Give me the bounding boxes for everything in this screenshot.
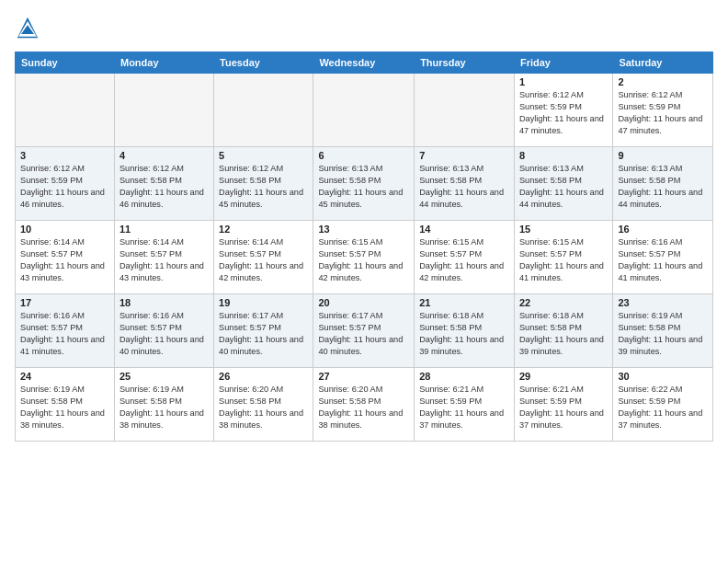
calendar-cell: 23Sunrise: 6:19 AMSunset: 5:58 PMDayligh…: [613, 294, 713, 368]
day-number: 21: [419, 297, 509, 308]
day-info: Sunrise: 6:17 AMSunset: 5:57 PMDaylight:…: [318, 310, 409, 358]
day-info: Sunrise: 6:20 AMSunset: 5:58 PMDaylight:…: [219, 384, 308, 431]
calendar-table: SundayMondayTuesdayWednesdayThursdayFrid…: [15, 52, 713, 442]
calendar-cell: 24Sunrise: 6:19 AMSunset: 5:58 PMDayligh…: [16, 368, 115, 442]
day-info: Sunrise: 6:13 AMSunset: 5:58 PMDaylight:…: [318, 163, 409, 211]
logo: [15, 15, 42, 40]
calendar-week-row: 1Sunrise: 6:12 AMSunset: 5:59 PMDaylight…: [16, 74, 713, 147]
day-number: 8: [519, 150, 608, 161]
calendar-cell: 9Sunrise: 6:13 AMSunset: 5:58 PMDaylight…: [613, 147, 713, 221]
day-number: 27: [318, 371, 409, 382]
day-info: Sunrise: 6:13 AMSunset: 5:58 PMDaylight:…: [519, 163, 608, 211]
day-number: 22: [519, 297, 608, 308]
day-info: Sunrise: 6:16 AMSunset: 5:57 PMDaylight:…: [618, 236, 708, 284]
calendar-cell: 14Sunrise: 6:15 AMSunset: 5:57 PMDayligh…: [415, 221, 515, 294]
calendar-cell: 17Sunrise: 6:16 AMSunset: 5:57 PMDayligh…: [16, 294, 115, 368]
calendar-cell: 20Sunrise: 6:17 AMSunset: 5:57 PMDayligh…: [313, 294, 415, 368]
calendar-cell: 7Sunrise: 6:13 AMSunset: 5:58 PMDaylight…: [415, 147, 515, 221]
day-number: 23: [618, 297, 708, 308]
day-info: Sunrise: 6:14 AMSunset: 5:57 PMDaylight:…: [20, 236, 109, 284]
day-info: Sunrise: 6:19 AMSunset: 5:58 PMDaylight:…: [119, 384, 209, 431]
day-info: Sunrise: 6:19 AMSunset: 5:58 PMDaylight:…: [20, 384, 109, 431]
day-info: Sunrise: 6:18 AMSunset: 5:58 PMDaylight:…: [419, 310, 509, 358]
day-number: 6: [318, 150, 409, 161]
day-number: 13: [318, 224, 409, 235]
day-info: Sunrise: 6:18 AMSunset: 5:58 PMDaylight:…: [519, 310, 608, 358]
day-number: 16: [618, 224, 708, 235]
day-info: Sunrise: 6:13 AMSunset: 5:58 PMDaylight:…: [618, 163, 708, 211]
calendar-cell: 30Sunrise: 6:22 AMSunset: 5:59 PMDayligh…: [613, 368, 713, 442]
weekday-header: Sunday: [16, 52, 115, 74]
day-number: 15: [519, 224, 608, 235]
logo-icon: [15, 15, 40, 40]
calendar-cell: 1Sunrise: 6:12 AMSunset: 5:59 PMDaylight…: [514, 74, 612, 147]
day-info: Sunrise: 6:21 AMSunset: 5:59 PMDaylight:…: [519, 384, 608, 431]
day-number: 5: [219, 150, 308, 161]
day-number: 4: [119, 150, 209, 161]
calendar-cell: 10Sunrise: 6:14 AMSunset: 5:57 PMDayligh…: [16, 221, 115, 294]
day-number: 28: [419, 371, 509, 382]
day-number: 9: [618, 150, 708, 161]
day-info: Sunrise: 6:12 AMSunset: 5:58 PMDaylight:…: [219, 163, 308, 211]
day-number: 19: [219, 297, 308, 308]
day-info: Sunrise: 6:13 AMSunset: 5:58 PMDaylight:…: [419, 163, 509, 211]
day-info: Sunrise: 6:14 AMSunset: 5:57 PMDaylight:…: [219, 236, 308, 284]
day-info: Sunrise: 6:14 AMSunset: 5:57 PMDaylight:…: [119, 236, 209, 284]
weekday-header: Monday: [114, 52, 213, 74]
calendar-week-row: 3Sunrise: 6:12 AMSunset: 5:59 PMDaylight…: [16, 147, 713, 221]
calendar-cell: 21Sunrise: 6:18 AMSunset: 5:58 PMDayligh…: [415, 294, 515, 368]
calendar-cell: 27Sunrise: 6:20 AMSunset: 5:58 PMDayligh…: [313, 368, 415, 442]
day-number: 10: [20, 224, 109, 235]
day-info: Sunrise: 6:12 AMSunset: 5:59 PMDaylight:…: [519, 89, 608, 137]
day-info: Sunrise: 6:19 AMSunset: 5:58 PMDaylight:…: [618, 310, 708, 358]
day-number: 3: [20, 150, 109, 161]
calendar-cell: 8Sunrise: 6:13 AMSunset: 5:58 PMDaylight…: [514, 147, 612, 221]
weekday-header: Wednesday: [313, 52, 415, 74]
calendar-cell: 2Sunrise: 6:12 AMSunset: 5:59 PMDaylight…: [613, 74, 713, 147]
day-number: 12: [219, 224, 308, 235]
calendar-cell: [313, 74, 415, 147]
day-number: 29: [519, 371, 608, 382]
day-number: 25: [119, 371, 209, 382]
calendar-cell: 3Sunrise: 6:12 AMSunset: 5:59 PMDaylight…: [16, 147, 115, 221]
page-container: SundayMondayTuesdayWednesdayThursdayFrid…: [0, 0, 728, 449]
calendar-cell: [214, 74, 313, 147]
calendar-header-row: SundayMondayTuesdayWednesdayThursdayFrid…: [16, 52, 713, 74]
day-info: Sunrise: 6:15 AMSunset: 5:57 PMDaylight:…: [419, 236, 509, 284]
calendar-cell: 11Sunrise: 6:14 AMSunset: 5:57 PMDayligh…: [114, 221, 213, 294]
day-info: Sunrise: 6:15 AMSunset: 5:57 PMDaylight:…: [519, 236, 608, 284]
calendar-cell: 29Sunrise: 6:21 AMSunset: 5:59 PMDayligh…: [514, 368, 612, 442]
calendar-cell: 22Sunrise: 6:18 AMSunset: 5:58 PMDayligh…: [514, 294, 612, 368]
day-number: 2: [618, 76, 708, 87]
calendar-cell: 5Sunrise: 6:12 AMSunset: 5:58 PMDaylight…: [214, 147, 313, 221]
calendar-week-row: 17Sunrise: 6:16 AMSunset: 5:57 PMDayligh…: [16, 294, 713, 368]
header: [15, 15, 713, 40]
day-number: 26: [219, 371, 308, 382]
calendar-cell: 4Sunrise: 6:12 AMSunset: 5:58 PMDaylight…: [114, 147, 213, 221]
weekday-header: Friday: [514, 52, 612, 74]
calendar-cell: 19Sunrise: 6:17 AMSunset: 5:57 PMDayligh…: [214, 294, 313, 368]
calendar-cell: 15Sunrise: 6:15 AMSunset: 5:57 PMDayligh…: [514, 221, 612, 294]
day-info: Sunrise: 6:12 AMSunset: 5:59 PMDaylight:…: [618, 89, 708, 137]
day-info: Sunrise: 6:22 AMSunset: 5:59 PMDaylight:…: [618, 384, 708, 431]
day-info: Sunrise: 6:12 AMSunset: 5:59 PMDaylight:…: [20, 163, 109, 211]
calendar-cell: 18Sunrise: 6:16 AMSunset: 5:57 PMDayligh…: [114, 294, 213, 368]
day-number: 30: [618, 371, 708, 382]
calendar-week-row: 24Sunrise: 6:19 AMSunset: 5:58 PMDayligh…: [16, 368, 713, 442]
calendar-cell: 16Sunrise: 6:16 AMSunset: 5:57 PMDayligh…: [613, 221, 713, 294]
day-number: 20: [318, 297, 409, 308]
calendar-cell: 28Sunrise: 6:21 AMSunset: 5:59 PMDayligh…: [415, 368, 515, 442]
calendar-cell: [114, 74, 213, 147]
day-info: Sunrise: 6:12 AMSunset: 5:58 PMDaylight:…: [119, 163, 209, 211]
day-info: Sunrise: 6:17 AMSunset: 5:57 PMDaylight:…: [219, 310, 308, 358]
calendar-cell: 12Sunrise: 6:14 AMSunset: 5:57 PMDayligh…: [214, 221, 313, 294]
day-number: 1: [519, 76, 608, 87]
weekday-header: Tuesday: [214, 52, 313, 74]
weekday-header: Thursday: [415, 52, 515, 74]
day-info: Sunrise: 6:16 AMSunset: 5:57 PMDaylight:…: [119, 310, 209, 358]
day-number: 24: [20, 371, 109, 382]
calendar-cell: 6Sunrise: 6:13 AMSunset: 5:58 PMDaylight…: [313, 147, 415, 221]
day-info: Sunrise: 6:16 AMSunset: 5:57 PMDaylight:…: [20, 310, 109, 358]
day-info: Sunrise: 6:20 AMSunset: 5:58 PMDaylight:…: [318, 384, 409, 431]
day-number: 11: [119, 224, 209, 235]
